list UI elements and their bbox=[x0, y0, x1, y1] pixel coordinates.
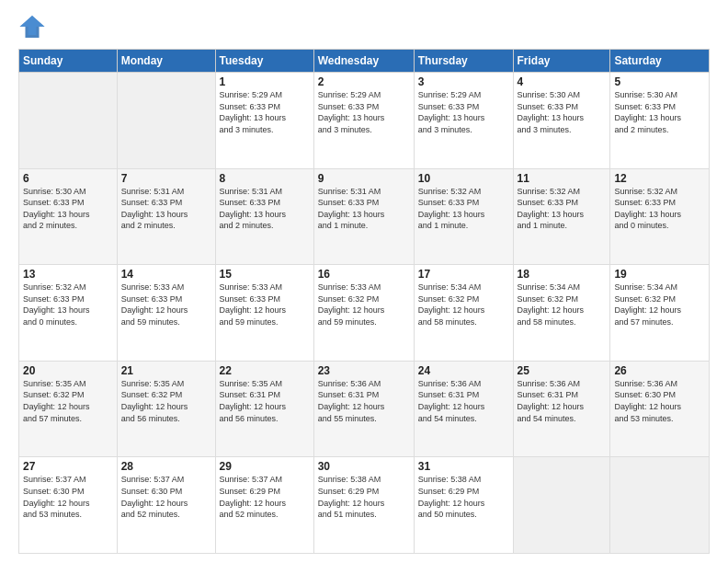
day-number: 19 bbox=[614, 268, 705, 281]
day-cell: 29Sunrise: 5:37 AM Sunset: 6:29 PM Dayli… bbox=[215, 457, 313, 554]
week-row-4: 27Sunrise: 5:37 AM Sunset: 6:30 PM Dayli… bbox=[19, 457, 710, 554]
day-cell: 13Sunrise: 5:32 AM Sunset: 6:33 PM Dayli… bbox=[19, 265, 118, 362]
day-cell: 27Sunrise: 5:37 AM Sunset: 6:30 PM Dayli… bbox=[19, 457, 118, 554]
day-number: 27 bbox=[23, 460, 113, 473]
day-number: 28 bbox=[121, 460, 211, 473]
logo-icon bbox=[18, 14, 46, 40]
day-info: Sunrise: 5:32 AM Sunset: 6:33 PM Dayligh… bbox=[614, 186, 705, 232]
day-info: Sunrise: 5:33 AM Sunset: 6:32 PM Dayligh… bbox=[318, 282, 410, 327]
day-number: 6 bbox=[23, 172, 113, 185]
day-info: Sunrise: 5:35 AM Sunset: 6:32 PM Dayligh… bbox=[121, 378, 211, 424]
day-cell: 20Sunrise: 5:35 AM Sunset: 6:32 PM Dayli… bbox=[19, 361, 118, 457]
day-cell: 30Sunrise: 5:38 AM Sunset: 6:29 PM Dayli… bbox=[313, 457, 414, 554]
day-info: Sunrise: 5:32 AM Sunset: 6:33 PM Dayligh… bbox=[23, 282, 113, 327]
day-cell bbox=[610, 457, 710, 554]
day-info: Sunrise: 5:37 AM Sunset: 6:29 PM Dayligh… bbox=[220, 474, 310, 520]
day-cell: 31Sunrise: 5:38 AM Sunset: 6:29 PM Dayli… bbox=[414, 457, 513, 554]
day-number: 8 bbox=[220, 172, 310, 185]
header-day-friday: Friday bbox=[513, 50, 610, 73]
day-info: Sunrise: 5:36 AM Sunset: 6:30 PM Dayligh… bbox=[614, 378, 705, 424]
week-row-0: 1Sunrise: 5:29 AM Sunset: 6:33 PM Daylig… bbox=[19, 73, 710, 169]
day-info: Sunrise: 5:38 AM Sunset: 6:29 PM Dayligh… bbox=[318, 474, 410, 520]
day-info: Sunrise: 5:34 AM Sunset: 6:32 PM Dayligh… bbox=[518, 282, 607, 327]
day-number: 12 bbox=[614, 172, 705, 185]
day-cell: 19Sunrise: 5:34 AM Sunset: 6:32 PM Dayli… bbox=[610, 265, 710, 362]
day-cell: 11Sunrise: 5:32 AM Sunset: 6:33 PM Dayli… bbox=[513, 168, 610, 265]
day-info: Sunrise: 5:31 AM Sunset: 6:33 PM Dayligh… bbox=[318, 186, 410, 232]
day-info: Sunrise: 5:36 AM Sunset: 6:31 PM Dayligh… bbox=[418, 378, 509, 424]
logo bbox=[18, 14, 48, 40]
header-day-wednesday: Wednesday bbox=[313, 50, 414, 73]
day-cell: 25Sunrise: 5:36 AM Sunset: 6:31 PM Dayli… bbox=[513, 361, 610, 457]
day-info: Sunrise: 5:29 AM Sunset: 6:33 PM Dayligh… bbox=[418, 89, 509, 135]
day-cell: 9Sunrise: 5:31 AM Sunset: 6:33 PM Daylig… bbox=[313, 168, 414, 265]
day-number: 25 bbox=[518, 364, 607, 377]
day-info: Sunrise: 5:35 AM Sunset: 6:32 PM Dayligh… bbox=[23, 378, 113, 424]
day-number: 10 bbox=[418, 172, 509, 185]
day-info: Sunrise: 5:31 AM Sunset: 6:33 PM Dayligh… bbox=[121, 186, 211, 232]
page: SundayMondayTuesdayWednesdayThursdayFrid… bbox=[0, 0, 728, 563]
day-cell: 1Sunrise: 5:29 AM Sunset: 6:33 PM Daylig… bbox=[215, 73, 313, 169]
week-row-3: 20Sunrise: 5:35 AM Sunset: 6:32 PM Dayli… bbox=[19, 361, 710, 457]
day-cell: 5Sunrise: 5:30 AM Sunset: 6:33 PM Daylig… bbox=[610, 73, 710, 169]
header-day-sunday: Sunday bbox=[19, 50, 118, 73]
day-info: Sunrise: 5:32 AM Sunset: 6:33 PM Dayligh… bbox=[518, 186, 607, 232]
day-number: 4 bbox=[518, 75, 607, 88]
day-info: Sunrise: 5:34 AM Sunset: 6:32 PM Dayligh… bbox=[614, 282, 705, 327]
day-number: 13 bbox=[23, 268, 113, 281]
day-number: 30 bbox=[318, 460, 410, 473]
day-number: 7 bbox=[121, 172, 211, 185]
day-info: Sunrise: 5:35 AM Sunset: 6:31 PM Dayligh… bbox=[220, 378, 310, 424]
day-number: 20 bbox=[23, 364, 113, 377]
svg-marker-2 bbox=[20, 16, 45, 35]
header bbox=[18, 14, 710, 40]
header-day-monday: Monday bbox=[117, 50, 215, 73]
calendar-table: SundayMondayTuesdayWednesdayThursdayFrid… bbox=[18, 49, 710, 554]
week-row-1: 6Sunrise: 5:30 AM Sunset: 6:33 PM Daylig… bbox=[19, 168, 710, 265]
day-info: Sunrise: 5:36 AM Sunset: 6:31 PM Dayligh… bbox=[518, 378, 607, 424]
day-number: 3 bbox=[418, 75, 509, 88]
day-cell: 22Sunrise: 5:35 AM Sunset: 6:31 PM Dayli… bbox=[215, 361, 313, 457]
header-day-saturday: Saturday bbox=[610, 50, 710, 73]
day-number: 31 bbox=[418, 460, 509, 473]
day-number: 22 bbox=[220, 364, 310, 377]
day-cell: 2Sunrise: 5:29 AM Sunset: 6:33 PM Daylig… bbox=[313, 73, 414, 169]
day-info: Sunrise: 5:33 AM Sunset: 6:33 PM Dayligh… bbox=[220, 282, 310, 327]
day-number: 26 bbox=[614, 364, 705, 377]
day-number: 17 bbox=[418, 268, 509, 281]
day-number: 16 bbox=[318, 268, 410, 281]
day-cell: 14Sunrise: 5:33 AM Sunset: 6:33 PM Dayli… bbox=[117, 265, 215, 362]
day-cell bbox=[117, 73, 215, 169]
day-number: 1 bbox=[220, 75, 310, 88]
day-number: 24 bbox=[418, 364, 509, 377]
header-day-tuesday: Tuesday bbox=[215, 50, 313, 73]
day-cell: 15Sunrise: 5:33 AM Sunset: 6:33 PM Dayli… bbox=[215, 265, 313, 362]
day-number: 9 bbox=[318, 172, 410, 185]
day-cell: 23Sunrise: 5:36 AM Sunset: 6:31 PM Dayli… bbox=[313, 361, 414, 457]
header-row: SundayMondayTuesdayWednesdayThursdayFrid… bbox=[19, 50, 710, 73]
day-info: Sunrise: 5:29 AM Sunset: 6:33 PM Dayligh… bbox=[318, 89, 410, 135]
day-info: Sunrise: 5:34 AM Sunset: 6:32 PM Dayligh… bbox=[418, 282, 509, 327]
day-info: Sunrise: 5:30 AM Sunset: 6:33 PM Dayligh… bbox=[614, 89, 705, 135]
header-day-thursday: Thursday bbox=[414, 50, 513, 73]
day-number: 18 bbox=[518, 268, 607, 281]
day-cell bbox=[19, 73, 118, 169]
day-number: 21 bbox=[121, 364, 211, 377]
day-info: Sunrise: 5:38 AM Sunset: 6:29 PM Dayligh… bbox=[418, 474, 509, 520]
day-cell: 4Sunrise: 5:30 AM Sunset: 6:33 PM Daylig… bbox=[513, 73, 610, 169]
day-info: Sunrise: 5:29 AM Sunset: 6:33 PM Dayligh… bbox=[220, 89, 310, 135]
day-info: Sunrise: 5:37 AM Sunset: 6:30 PM Dayligh… bbox=[23, 474, 113, 520]
day-info: Sunrise: 5:30 AM Sunset: 6:33 PM Dayligh… bbox=[518, 89, 607, 135]
day-cell: 10Sunrise: 5:32 AM Sunset: 6:33 PM Dayli… bbox=[414, 168, 513, 265]
day-cell: 18Sunrise: 5:34 AM Sunset: 6:32 PM Dayli… bbox=[513, 265, 610, 362]
week-row-2: 13Sunrise: 5:32 AM Sunset: 6:33 PM Dayli… bbox=[19, 265, 710, 362]
day-info: Sunrise: 5:36 AM Sunset: 6:31 PM Dayligh… bbox=[318, 378, 410, 424]
day-cell: 28Sunrise: 5:37 AM Sunset: 6:30 PM Dayli… bbox=[117, 457, 215, 554]
day-cell bbox=[513, 457, 610, 554]
day-number: 15 bbox=[220, 268, 310, 281]
day-cell: 16Sunrise: 5:33 AM Sunset: 6:32 PM Dayli… bbox=[313, 265, 414, 362]
day-info: Sunrise: 5:31 AM Sunset: 6:33 PM Dayligh… bbox=[220, 186, 310, 232]
day-number: 2 bbox=[318, 75, 410, 88]
day-number: 29 bbox=[220, 460, 310, 473]
day-cell: 24Sunrise: 5:36 AM Sunset: 6:31 PM Dayli… bbox=[414, 361, 513, 457]
